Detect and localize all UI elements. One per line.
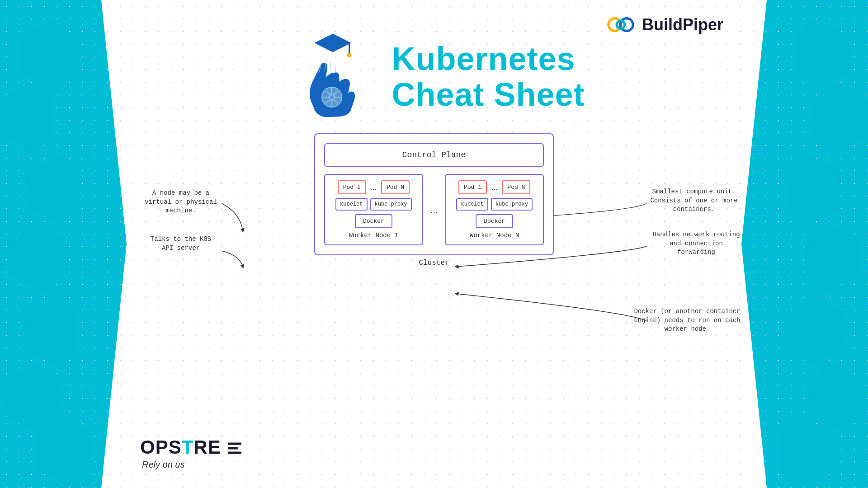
svg-rect-18: [349, 43, 350, 54]
kubelet-box-n: kubelet: [456, 198, 488, 211]
pod-ellipsis-1: ...: [369, 183, 378, 192]
pods-row-n: Pod 1 ... Pod N: [451, 180, 538, 194]
kubeproxy-annotation: Handles network routing and connection f…: [649, 230, 744, 257]
opstree-logo: OPSTRE Rely on us: [140, 436, 244, 470]
opstree-tagline: Rely on us: [140, 460, 244, 470]
worker-nodes-row: Pod 1 ... Pod N kubelet kube.proxy: [324, 174, 544, 245]
pod-n-box-n: Pod N: [502, 180, 530, 194]
buildpiper-logo: BuildPiper: [605, 14, 723, 36]
pod-n-box-1: Pod N: [381, 180, 410, 194]
kubelet-box-1: kubelet: [335, 198, 367, 211]
title-line1: Kubernetes: [392, 41, 575, 77]
title-line2: Cheat Sheet: [392, 77, 585, 113]
diagram-wrapper: Control Plane Pod 1 ... Pod N kubelet: [314, 133, 554, 255]
worker-node-n: Pod 1 ... Pod N kubelet kube.proxy: [445, 174, 544, 245]
tools-row-1: kubelet kube.proxy: [330, 198, 417, 211]
docker-row-1: Docker: [330, 214, 417, 228]
opstree-brand: OPSTRE: [140, 436, 244, 459]
buildpiper-icon: [605, 14, 637, 36]
control-plane-label: Control Plane: [402, 150, 466, 160]
cluster-label: Cluster: [419, 259, 449, 267]
header-area: Kubernetes Cheat Sheet: [0, 0, 868, 127]
buildpiper-text: BuildPiper: [642, 15, 723, 34]
worker-node-1: Pod 1 ... Pod N kubelet kube.proxy: [324, 174, 423, 245]
kubeproxy-box-n: kube.proxy: [491, 198, 533, 211]
kubelet-annotation: Talks to the K8S API server: [145, 235, 217, 253]
worker-node-1-label: Worker Node 1: [330, 232, 417, 239]
docker-row-n: Docker: [451, 214, 538, 228]
cluster-box: Control Plane Pod 1 ... Pod N kubelet: [314, 133, 554, 255]
opstree-lines-icon: [226, 438, 244, 459]
docker-box-n: Docker: [476, 214, 513, 228]
title-section: Kubernetes Cheat Sheet: [283, 27, 585, 127]
tools-row-n: kubelet kube.proxy: [451, 198, 538, 211]
title-text: Kubernetes Cheat Sheet: [392, 41, 585, 113]
node-annotation: A node may be a virtual or physical mach…: [140, 189, 222, 216]
svg-line-33: [335, 64, 335, 72]
pod-ellipsis-n: ...: [490, 183, 499, 192]
pod-1-box: Pod 1: [338, 180, 366, 194]
pod-1-box-n: Pod 1: [458, 180, 487, 194]
svg-point-19: [347, 53, 352, 57]
svg-marker-17: [315, 34, 351, 52]
docker-box-1: Docker: [355, 214, 392, 228]
docker-annotation: Docker (or another container engine) nee…: [631, 307, 744, 334]
opstree-text: OPSTRE: [140, 436, 244, 459]
nodes-ellipsis: ...: [429, 205, 440, 215]
pod-annotation: Smallest compute unit. Consists of one o…: [649, 188, 739, 214]
worker-node-n-label: Worker Node N: [451, 232, 538, 239]
svg-line-32: [330, 62, 330, 71]
hand-illustration: [283, 27, 382, 127]
kubeproxy-box-1: kube.proxy: [370, 198, 412, 211]
control-plane-box: Control Plane: [324, 143, 544, 167]
pods-row-1: Pod 1 ... Pod N: [330, 180, 417, 194]
